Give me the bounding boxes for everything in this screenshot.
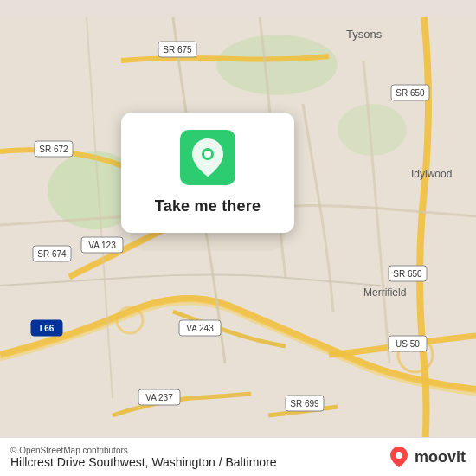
- svg-point-33: [204, 151, 211, 158]
- moovit-logo: moovit: [387, 445, 466, 469]
- map-container: SR 675 SR 650 SR 672 SR 674 VA 123 SR 65…: [0, 0, 476, 476]
- svg-text:VA 123: VA 123: [88, 241, 116, 250]
- svg-text:Merrifield: Merrifield: [363, 286, 406, 299]
- svg-text:SR 650: SR 650: [393, 269, 422, 279]
- svg-text:VA 243: VA 243: [186, 324, 214, 333]
- svg-text:Tysons: Tysons: [346, 28, 383, 41]
- location-name: Hillcrest Drive Southwest, Washington / …: [10, 455, 277, 469]
- map-background: SR 675 SR 650 SR 672 SR 674 VA 123 SR 65…: [0, 0, 476, 476]
- moovit-text: moovit: [415, 448, 466, 466]
- svg-text:VA 237: VA 237: [145, 393, 173, 402]
- pin-icon-container: [180, 130, 235, 185]
- bottom-bar: © OpenStreetMap contributors Hillcrest D…: [0, 437, 476, 476]
- svg-text:SR 650: SR 650: [396, 88, 425, 98]
- svg-text:SR 675: SR 675: [163, 45, 192, 55]
- bottom-left: © OpenStreetMap contributors Hillcrest D…: [10, 446, 277, 469]
- card-overlay: Take me there: [121, 113, 294, 233]
- svg-point-34: [396, 452, 402, 459]
- svg-text:SR 699: SR 699: [290, 399, 319, 408]
- svg-text:Idylwood: Idylwood: [411, 168, 452, 180]
- svg-text:US 50: US 50: [396, 339, 420, 349]
- location-pin-icon: [192, 138, 223, 177]
- svg-point-2: [216, 35, 338, 95]
- svg-text:SR 672: SR 672: [39, 145, 68, 154]
- moovit-pin-icon: [387, 445, 411, 469]
- map-attribution: © OpenStreetMap contributors: [10, 446, 277, 455]
- svg-text:I 66: I 66: [40, 324, 55, 333]
- svg-text:SR 674: SR 674: [37, 249, 67, 259]
- take-me-there-button[interactable]: Take me there: [155, 197, 261, 215]
